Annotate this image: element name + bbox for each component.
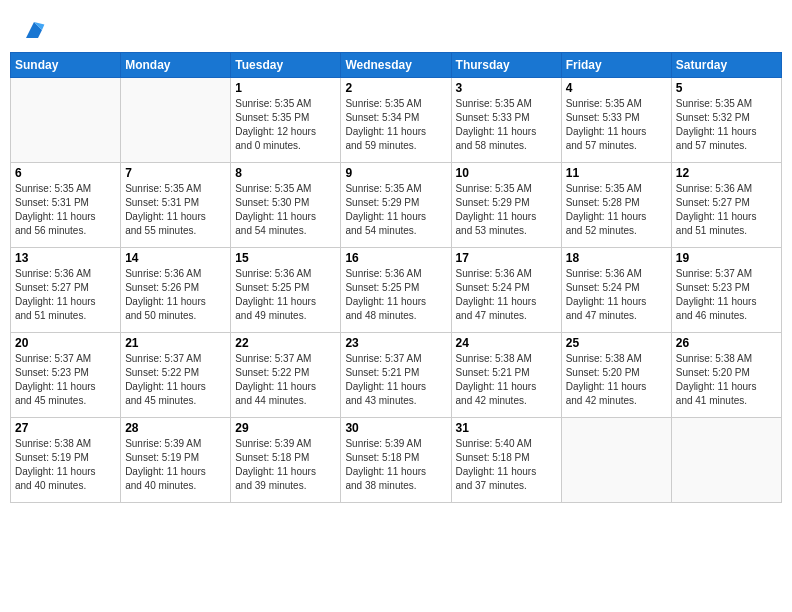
day-info: Sunrise: 5:35 AMSunset: 5:29 PMDaylight:…: [345, 182, 446, 238]
calendar-cell: 7Sunrise: 5:35 AMSunset: 5:31 PMDaylight…: [121, 163, 231, 248]
day-number: 11: [566, 166, 667, 180]
calendar-cell: 22Sunrise: 5:37 AMSunset: 5:22 PMDayligh…: [231, 333, 341, 418]
calendar-cell: 5Sunrise: 5:35 AMSunset: 5:32 PMDaylight…: [671, 78, 781, 163]
day-info: Sunrise: 5:35 AMSunset: 5:30 PMDaylight:…: [235, 182, 336, 238]
calendar-header-row: SundayMondayTuesdayWednesdayThursdayFrid…: [11, 53, 782, 78]
day-info: Sunrise: 5:40 AMSunset: 5:18 PMDaylight:…: [456, 437, 557, 493]
header-saturday: Saturday: [671, 53, 781, 78]
day-info: Sunrise: 5:35 AMSunset: 5:32 PMDaylight:…: [676, 97, 777, 153]
header-friday: Friday: [561, 53, 671, 78]
day-number: 8: [235, 166, 336, 180]
day-number: 25: [566, 336, 667, 350]
calendar-cell: 11Sunrise: 5:35 AMSunset: 5:28 PMDayligh…: [561, 163, 671, 248]
week-row-5: 27Sunrise: 5:38 AMSunset: 5:19 PMDayligh…: [11, 418, 782, 503]
day-number: 21: [125, 336, 226, 350]
day-info: Sunrise: 5:35 AMSunset: 5:33 PMDaylight:…: [566, 97, 667, 153]
day-info: Sunrise: 5:39 AMSunset: 5:19 PMDaylight:…: [125, 437, 226, 493]
day-number: 1: [235, 81, 336, 95]
week-row-2: 6Sunrise: 5:35 AMSunset: 5:31 PMDaylight…: [11, 163, 782, 248]
calendar-cell: 3Sunrise: 5:35 AMSunset: 5:33 PMDaylight…: [451, 78, 561, 163]
day-number: 28: [125, 421, 226, 435]
day-number: 24: [456, 336, 557, 350]
day-info: Sunrise: 5:36 AMSunset: 5:27 PMDaylight:…: [15, 267, 116, 323]
day-info: Sunrise: 5:36 AMSunset: 5:25 PMDaylight:…: [345, 267, 446, 323]
calendar-cell: 20Sunrise: 5:37 AMSunset: 5:23 PMDayligh…: [11, 333, 121, 418]
day-info: Sunrise: 5:38 AMSunset: 5:20 PMDaylight:…: [566, 352, 667, 408]
day-number: 20: [15, 336, 116, 350]
day-number: 4: [566, 81, 667, 95]
day-info: Sunrise: 5:38 AMSunset: 5:20 PMDaylight:…: [676, 352, 777, 408]
calendar-cell: 1Sunrise: 5:35 AMSunset: 5:35 PMDaylight…: [231, 78, 341, 163]
calendar-cell: 24Sunrise: 5:38 AMSunset: 5:21 PMDayligh…: [451, 333, 561, 418]
day-info: Sunrise: 5:36 AMSunset: 5:24 PMDaylight:…: [566, 267, 667, 323]
day-info: Sunrise: 5:36 AMSunset: 5:27 PMDaylight:…: [676, 182, 777, 238]
day-number: 13: [15, 251, 116, 265]
calendar-cell: 23Sunrise: 5:37 AMSunset: 5:21 PMDayligh…: [341, 333, 451, 418]
calendar-cell: 19Sunrise: 5:37 AMSunset: 5:23 PMDayligh…: [671, 248, 781, 333]
calendar-cell: 29Sunrise: 5:39 AMSunset: 5:18 PMDayligh…: [231, 418, 341, 503]
header-monday: Monday: [121, 53, 231, 78]
week-row-4: 20Sunrise: 5:37 AMSunset: 5:23 PMDayligh…: [11, 333, 782, 418]
day-number: 7: [125, 166, 226, 180]
calendar-cell: 9Sunrise: 5:35 AMSunset: 5:29 PMDaylight…: [341, 163, 451, 248]
calendar-cell: 31Sunrise: 5:40 AMSunset: 5:18 PMDayligh…: [451, 418, 561, 503]
calendar-cell: 8Sunrise: 5:35 AMSunset: 5:30 PMDaylight…: [231, 163, 341, 248]
calendar-cell: 16Sunrise: 5:36 AMSunset: 5:25 PMDayligh…: [341, 248, 451, 333]
day-number: 27: [15, 421, 116, 435]
header-tuesday: Tuesday: [231, 53, 341, 78]
calendar-cell: [561, 418, 671, 503]
calendar-cell: 17Sunrise: 5:36 AMSunset: 5:24 PMDayligh…: [451, 248, 561, 333]
calendar-cell: 28Sunrise: 5:39 AMSunset: 5:19 PMDayligh…: [121, 418, 231, 503]
calendar-cell: [11, 78, 121, 163]
day-info: Sunrise: 5:39 AMSunset: 5:18 PMDaylight:…: [235, 437, 336, 493]
logo: [20, 18, 48, 42]
day-number: 9: [345, 166, 446, 180]
calendar-cell: 26Sunrise: 5:38 AMSunset: 5:20 PMDayligh…: [671, 333, 781, 418]
calendar-cell: 30Sunrise: 5:39 AMSunset: 5:18 PMDayligh…: [341, 418, 451, 503]
calendar-cell: 15Sunrise: 5:36 AMSunset: 5:25 PMDayligh…: [231, 248, 341, 333]
day-number: 29: [235, 421, 336, 435]
logo-text: [20, 18, 46, 42]
calendar-cell: 4Sunrise: 5:35 AMSunset: 5:33 PMDaylight…: [561, 78, 671, 163]
day-info: Sunrise: 5:35 AMSunset: 5:29 PMDaylight:…: [456, 182, 557, 238]
day-info: Sunrise: 5:35 AMSunset: 5:35 PMDaylight:…: [235, 97, 336, 153]
day-info: Sunrise: 5:38 AMSunset: 5:19 PMDaylight:…: [15, 437, 116, 493]
header-thursday: Thursday: [451, 53, 561, 78]
day-number: 26: [676, 336, 777, 350]
day-number: 6: [15, 166, 116, 180]
day-number: 10: [456, 166, 557, 180]
day-info: Sunrise: 5:36 AMSunset: 5:24 PMDaylight:…: [456, 267, 557, 323]
day-number: 2: [345, 81, 446, 95]
calendar-cell: 25Sunrise: 5:38 AMSunset: 5:20 PMDayligh…: [561, 333, 671, 418]
week-row-3: 13Sunrise: 5:36 AMSunset: 5:27 PMDayligh…: [11, 248, 782, 333]
day-info: Sunrise: 5:35 AMSunset: 5:31 PMDaylight:…: [15, 182, 116, 238]
day-number: 5: [676, 81, 777, 95]
day-info: Sunrise: 5:39 AMSunset: 5:18 PMDaylight:…: [345, 437, 446, 493]
calendar-cell: 6Sunrise: 5:35 AMSunset: 5:31 PMDaylight…: [11, 163, 121, 248]
header-sunday: Sunday: [11, 53, 121, 78]
day-info: Sunrise: 5:37 AMSunset: 5:21 PMDaylight:…: [345, 352, 446, 408]
day-number: 22: [235, 336, 336, 350]
logo-icon: [22, 18, 46, 42]
calendar-cell: 10Sunrise: 5:35 AMSunset: 5:29 PMDayligh…: [451, 163, 561, 248]
day-number: 23: [345, 336, 446, 350]
day-info: Sunrise: 5:37 AMSunset: 5:23 PMDaylight:…: [676, 267, 777, 323]
calendar-cell: 14Sunrise: 5:36 AMSunset: 5:26 PMDayligh…: [121, 248, 231, 333]
day-info: Sunrise: 5:35 AMSunset: 5:28 PMDaylight:…: [566, 182, 667, 238]
day-info: Sunrise: 5:36 AMSunset: 5:26 PMDaylight:…: [125, 267, 226, 323]
header-wednesday: Wednesday: [341, 53, 451, 78]
day-info: Sunrise: 5:35 AMSunset: 5:33 PMDaylight:…: [456, 97, 557, 153]
day-number: 15: [235, 251, 336, 265]
day-info: Sunrise: 5:38 AMSunset: 5:21 PMDaylight:…: [456, 352, 557, 408]
day-number: 3: [456, 81, 557, 95]
calendar-cell: 18Sunrise: 5:36 AMSunset: 5:24 PMDayligh…: [561, 248, 671, 333]
calendar-table: SundayMondayTuesdayWednesdayThursdayFrid…: [10, 52, 782, 503]
calendar-cell: 21Sunrise: 5:37 AMSunset: 5:22 PMDayligh…: [121, 333, 231, 418]
day-info: Sunrise: 5:37 AMSunset: 5:22 PMDaylight:…: [235, 352, 336, 408]
day-number: 30: [345, 421, 446, 435]
day-number: 12: [676, 166, 777, 180]
day-number: 17: [456, 251, 557, 265]
week-row-1: 1Sunrise: 5:35 AMSunset: 5:35 PMDaylight…: [11, 78, 782, 163]
day-info: Sunrise: 5:37 AMSunset: 5:22 PMDaylight:…: [125, 352, 226, 408]
calendar-cell: [121, 78, 231, 163]
